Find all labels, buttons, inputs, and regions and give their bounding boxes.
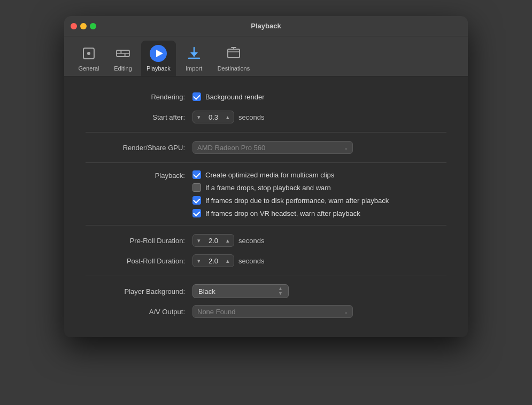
titlebar: Playback	[64, 16, 468, 36]
rendering-content: Background render	[192, 92, 446, 101]
postroll-row: Post-Roll Duration: ▾ 2.0 ▴ seconds	[86, 253, 446, 268]
rendering-label: Rendering:	[86, 93, 192, 101]
av-output-label: A/V Output:	[86, 308, 192, 316]
divider-1	[86, 132, 446, 133]
playback-opt1-label: If a frame drops, stop playback and warn	[205, 184, 331, 192]
preroll-value: 2.0	[205, 237, 222, 245]
svg-rect-8	[228, 49, 240, 58]
playback-option-3: If frames drop on VR headset, warn after…	[192, 209, 389, 217]
playback-opt3-checkbox[interactable]	[192, 209, 201, 217]
preferences-window: Playback General Edit	[64, 16, 468, 337]
playback-opt3-label: If frames drop on VR headset, warn after…	[205, 209, 360, 217]
preroll-unit: seconds	[238, 237, 264, 245]
player-bg-label: Player Background:	[86, 287, 192, 295]
maximize-button[interactable]	[90, 23, 96, 29]
render-gpu-content: AMD Radeon Pro 560 ⌄	[192, 141, 446, 154]
player-bg-row: Player Background: Black ▲▼	[86, 284, 446, 299]
tab-import-label: Import	[186, 65, 202, 72]
playback-opt2-label: If frames drop due to disk performance, …	[205, 197, 389, 205]
playback-option-0: Create optimized media for multicam clip…	[192, 170, 389, 179]
render-gpu-label: Render/Share GPU:	[86, 144, 192, 152]
preroll-content: ▾ 2.0 ▴ seconds	[192, 234, 446, 247]
start-after-unit: seconds	[238, 113, 264, 121]
destinations-icon	[224, 44, 243, 63]
preroll-stepper[interactable]: ▾ 2.0 ▴	[192, 234, 234, 247]
tab-editing[interactable]: Editing	[107, 41, 139, 76]
player-bg-value: Black	[198, 287, 215, 295]
start-after-increment[interactable]: ▴	[222, 111, 234, 123]
tab-general[interactable]: General	[73, 41, 105, 76]
content-area: Rendering: Background render Start after…	[64, 76, 468, 337]
playback-content: Create optimized media for multicam clip…	[192, 170, 446, 217]
start-after-value: 0.3	[205, 113, 222, 121]
close-button[interactable]	[71, 23, 77, 29]
general-icon	[79, 44, 98, 63]
preroll-label: Pre-Roll Duration:	[86, 237, 192, 245]
playback-option-2: If frames drop due to disk performance, …	[192, 196, 389, 205]
render-gpu-value: AMD Radeon Pro 560	[197, 144, 265, 152]
tab-general-label: General	[78, 65, 99, 72]
import-icon	[184, 44, 204, 63]
av-output-content: None Found ⌄	[192, 305, 446, 318]
playback-opt1-checkbox[interactable]	[192, 183, 201, 192]
av-output-row: A/V Output: None Found ⌄	[86, 304, 446, 319]
editing-icon	[113, 44, 133, 63]
rendering-row: Rendering: Background render	[86, 89, 446, 104]
playback-opt0-label: Create optimized media for multicam clip…	[205, 171, 334, 179]
postroll-content: ▾ 2.0 ▴ seconds	[192, 254, 446, 267]
tab-destinations[interactable]: Destinations	[212, 41, 256, 76]
start-after-label: Start after:	[86, 113, 192, 121]
minimize-button[interactable]	[80, 23, 87, 29]
av-output-arrow: ⌄	[344, 309, 348, 315]
tab-playback-label: Playback	[147, 65, 171, 72]
start-after-decrement[interactable]: ▾	[193, 111, 205, 123]
postroll-decrement[interactable]: ▾	[193, 254, 205, 267]
start-after-content: ▾ 0.3 ▴ seconds	[192, 111, 446, 123]
postroll-increment[interactable]: ▴	[222, 254, 234, 267]
av-output-dropdown[interactable]: None Found ⌄	[192, 305, 353, 318]
playback-option-1: If a frame drops, stop playback and warn	[192, 183, 389, 192]
svg-point-1	[87, 52, 90, 55]
divider-4	[86, 276, 446, 276]
tab-import[interactable]: Import	[178, 41, 210, 76]
divider-3	[86, 225, 446, 225]
player-bg-content: Black ▲▼	[192, 284, 446, 298]
preroll-row: Pre-Roll Duration: ▾ 2.0 ▴ seconds	[86, 233, 446, 248]
postroll-value: 2.0	[205, 257, 222, 265]
window-title: Playback	[251, 22, 281, 30]
preroll-increment[interactable]: ▴	[222, 234, 234, 247]
traffic-lights	[71, 23, 96, 29]
player-bg-dropdown[interactable]: Black ▲▼	[192, 284, 289, 298]
player-bg-arrows: ▲▼	[278, 286, 283, 296]
playback-opt2-checkbox[interactable]	[192, 196, 201, 205]
start-after-stepper[interactable]: ▾ 0.3 ▴	[192, 111, 234, 123]
playback-label: Playback:	[86, 170, 192, 180]
playback-opt0-checkbox[interactable]	[192, 170, 201, 179]
background-render-checkbox[interactable]	[192, 92, 201, 101]
background-render-label: Background render	[205, 93, 265, 101]
postroll-unit: seconds	[238, 257, 264, 265]
preroll-decrement[interactable]: ▾	[193, 234, 205, 247]
tab-destinations-label: Destinations	[218, 65, 250, 72]
postroll-stepper[interactable]: ▾ 2.0 ▴	[192, 254, 234, 267]
postroll-label: Post-Roll Duration:	[86, 257, 192, 265]
playback-row: Playback: Create optimized media for mul…	[86, 170, 446, 217]
render-gpu-row: Render/Share GPU: AMD Radeon Pro 560 ⌄	[86, 140, 446, 155]
svg-rect-5	[124, 53, 126, 57]
svg-rect-4	[120, 50, 122, 53]
playback-options-group: Create optimized media for multicam clip…	[192, 170, 389, 217]
tab-playback[interactable]: Playback	[141, 41, 176, 76]
toolbar: General Editing Playback	[64, 36, 468, 76]
av-output-value: None Found	[197, 308, 236, 316]
divider-2	[86, 162, 446, 163]
playback-icon	[149, 44, 168, 63]
start-after-row: Start after: ▾ 0.3 ▴ seconds	[86, 110, 446, 124]
render-gpu-dropdown[interactable]: AMD Radeon Pro 560 ⌄	[192, 141, 353, 154]
tab-editing-label: Editing	[114, 65, 132, 72]
render-gpu-arrow: ⌄	[344, 145, 348, 151]
